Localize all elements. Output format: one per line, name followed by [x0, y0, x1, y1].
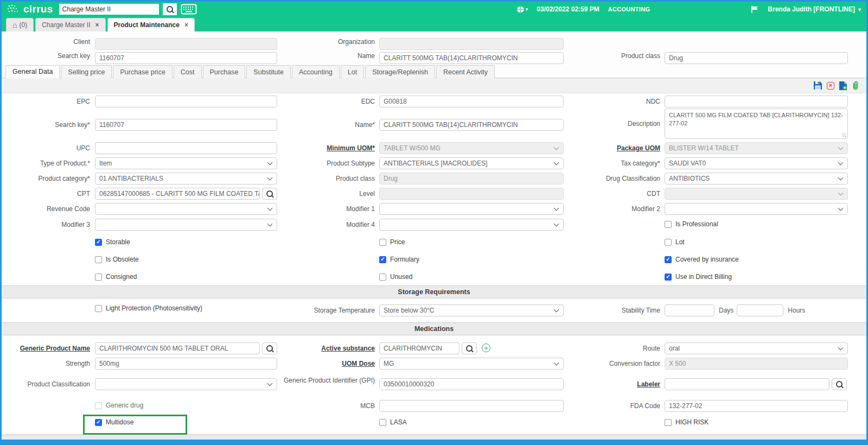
modifier-2-select[interactable] — [665, 203, 848, 215]
global-search-input[interactable] — [59, 4, 159, 15]
cpt-input[interactable]: 06285147000685 - CLARITT 500 MG FILM COA… — [95, 188, 260, 200]
tab-recent-activity[interactable]: Recent Activity — [436, 65, 495, 78]
header-search-key-input[interactable]: 1160707 — [95, 52, 277, 64]
tab-selling-price[interactable]: Selling price — [61, 65, 112, 78]
revenue-code-select[interactable] — [95, 203, 277, 215]
upc-input[interactable] — [95, 142, 277, 154]
active-substance-input[interactable]: CLARITHROMYCIN — [379, 342, 459, 354]
organization-input[interactable] — [379, 38, 564, 50]
home-tab[interactable]: ⌂ (0) — [6, 18, 34, 31]
product-subtype-select[interactable]: ANTIBACTERIALS [MACROLIDES] — [379, 157, 564, 169]
minimum-uom-select[interactable]: TABLET W/500 MG — [379, 142, 564, 154]
gpi-input[interactable]: 03500010000320 — [379, 378, 564, 390]
edc-input[interactable]: G00818 — [379, 96, 564, 107]
save-button[interactable] — [814, 81, 822, 90]
add-active-substance-button[interactable]: + — [482, 344, 490, 352]
user-menu[interactable]: Brenda Judith [FRONTLINE] ▾ — [768, 5, 861, 13]
type-of-product-select[interactable]: Item — [95, 157, 277, 169]
cpt-search-button[interactable] — [262, 188, 277, 200]
use-in-direct-billing-label: Use in Direct Billing — [675, 273, 732, 281]
attachment-button[interactable] — [852, 81, 859, 90]
price-checkbox[interactable]: Price — [379, 237, 405, 246]
flag-icon[interactable] — [751, 6, 759, 13]
route-select[interactable]: oral — [665, 342, 848, 354]
modifier-1-select[interactable] — [379, 203, 564, 215]
stability-hours-input[interactable] — [737, 304, 783, 316]
minimum-uom-label[interactable]: Minimum UOM* — [277, 142, 379, 152]
storable-checkbox[interactable]: Storable — [95, 237, 130, 246]
tab-purchase[interactable]: Purchase — [203, 65, 246, 78]
tab-accounting[interactable]: Accounting — [292, 65, 340, 78]
formulary-checkbox[interactable]: Formulary — [379, 254, 419, 263]
product-classification-select[interactable] — [95, 378, 277, 390]
unused-checkbox[interactable]: Unused — [379, 271, 412, 281]
light-protection-checkbox[interactable]: Light Protection (Photosensitivity) — [95, 304, 202, 312]
tab-cost[interactable]: Cost — [174, 65, 202, 78]
resize-handle[interactable] — [842, 133, 846, 137]
organization-label: Organization — [277, 38, 379, 46]
labeler-input[interactable] — [665, 378, 829, 390]
multidose-checkbox[interactable]: Multidose — [95, 417, 133, 426]
conversion-factor-input[interactable]: X 500 — [665, 358, 848, 370]
consigned-checkbox[interactable]: Consigned — [95, 271, 137, 281]
global-search-button[interactable] — [163, 3, 177, 15]
header-name-input[interactable]: CLARITT 500MG TAB(14)CLARITHROMYCIN — [379, 52, 564, 64]
active-substance-search-button[interactable] — [462, 342, 477, 354]
uom-dose-select[interactable]: MG — [379, 358, 564, 370]
is-professional-checkbox[interactable]: Is Professional — [665, 219, 718, 228]
header-product-class-input[interactable]: Drug — [665, 52, 848, 64]
client-input[interactable] — [95, 38, 277, 50]
tab-storage-replenish[interactable]: Storage/Replenish — [365, 65, 435, 78]
tab-general-data[interactable]: General Data — [5, 65, 60, 78]
tab-charge-master[interactable]: Charge Master II × — [35, 18, 105, 31]
tab-substitute[interactable]: Substitute — [246, 65, 291, 78]
search-key-input[interactable]: 1160707 — [95, 119, 277, 131]
uom-dose-label[interactable]: UOM Dose — [277, 358, 379, 367]
strength-input[interactable]: 500mg — [95, 358, 277, 370]
storage-temperature-select[interactable]: Store below 30°C — [379, 304, 564, 316]
cdt-select[interactable] — [665, 188, 848, 200]
tab-lot[interactable]: Lot — [341, 65, 364, 78]
level-input[interactable] — [379, 188, 564, 200]
language-menu[interactable]: ▾ — [516, 5, 528, 14]
ndc-input[interactable] — [665, 96, 848, 107]
epc-input[interactable] — [95, 96, 277, 107]
description-textarea[interactable]: CLARITT 500 MG FILM COATED TAB [CLARITHR… — [665, 109, 848, 139]
product-category-select[interactable]: 01 ANTIBACTERIALS — [95, 173, 277, 185]
close-icon[interactable]: × — [184, 21, 188, 29]
checkbox-box — [95, 274, 102, 281]
labeler-search-button[interactable] — [832, 378, 847, 390]
generic-drug-checkbox[interactable]: Generic drug — [95, 400, 143, 409]
high-risk-checkbox[interactable]: HIGH RISK — [665, 417, 709, 426]
delete-button[interactable]: × — [827, 82, 834, 90]
generic-product-name-input[interactable]: CLARITHROMYCIN 500 MG TABLET ORAL — [95, 342, 260, 354]
tab-product-maintenance[interactable]: Product Maintenance × — [107, 18, 195, 31]
new-record-button[interactable] — [839, 81, 847, 90]
name-input[interactable]: CLARITT 500MG TAB(14)CLARITHROMYCIN — [379, 119, 564, 131]
fda-code-input[interactable]: 132-277-02 — [665, 400, 848, 412]
tab-purchase-price[interactable]: Purchase price — [113, 65, 172, 78]
package-uom-select[interactable]: BLISTER W/14 TABLET — [665, 142, 848, 154]
virtual-keyboard-button[interactable] — [181, 4, 197, 15]
package-uom-label[interactable]: Package UOM — [564, 142, 665, 152]
drug-classification-select[interactable]: ANTIBIOTICS — [665, 173, 848, 185]
description-value: CLARITT 500 MG FILM COATED TAB [CLARITHR… — [669, 112, 843, 126]
is-obsolete-checkbox[interactable]: Is Obsolete — [95, 254, 139, 263]
use-in-direct-billing-checkbox[interactable]: Use in Direct Billing — [665, 271, 732, 281]
covered-by-insurance-checkbox[interactable]: Covered by insurance — [665, 254, 739, 263]
generic-product-name-label[interactable]: Generic Product Name — [2, 342, 95, 352]
lot-checkbox[interactable]: Lot — [665, 237, 685, 246]
lasa-checkbox[interactable]: LASA — [379, 417, 407, 426]
home-tab-count: (0) — [19, 21, 27, 29]
chevron-down-icon — [838, 190, 844, 196]
stability-days-input[interactable] — [665, 304, 714, 316]
tax-category-select[interactable]: SAUDI VAT0 — [665, 157, 848, 169]
close-icon[interactable]: × — [95, 21, 99, 29]
modifier-3-select[interactable] — [95, 219, 277, 231]
product-class-input[interactable]: Drug — [379, 173, 564, 185]
labeler-label[interactable]: Labeler — [564, 378, 665, 388]
modifier-4-select[interactable] — [379, 219, 564, 231]
generic-product-name-search-button[interactable] — [262, 342, 277, 354]
active-substance-label[interactable]: Active substance — [277, 342, 379, 352]
mcb-input[interactable] — [379, 400, 564, 412]
